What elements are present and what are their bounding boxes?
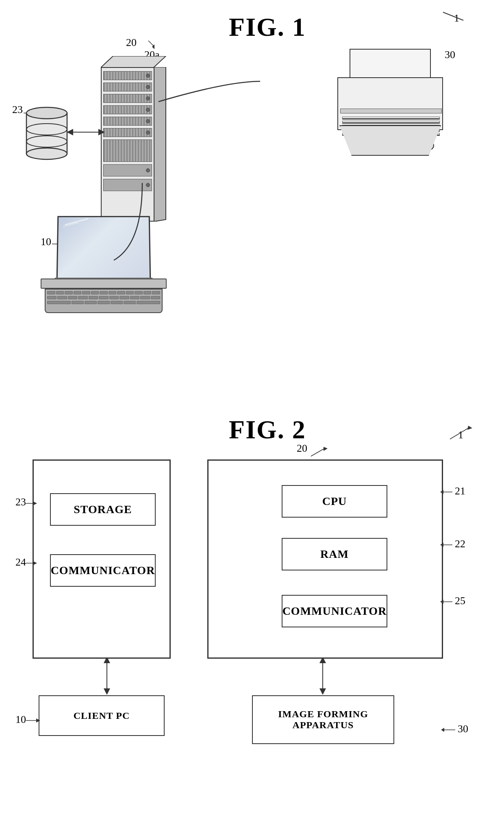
ref1-arrow-icon [439,8,471,24]
ram-box: RAM [282,538,387,570]
svg-marker-7 [101,56,166,67]
fig2-ref-20: 20 [297,442,307,455]
printer-paper-tray [350,49,431,81]
client-side-block: STORAGE COMMUNICATOR [33,459,171,659]
storage-box: STORAGE [50,493,156,526]
fig2-ref-25: 25 [455,595,465,607]
image-forming-box: IMAGE FORMING APPARATUS [252,695,394,744]
fig2-ref21-arrow-icon [440,488,454,496]
laptop-base [41,279,167,289]
server-right-block: CPU RAM COMMUNICATOR [207,459,443,659]
svg-marker-40 [441,728,444,732]
svg-line-17 [450,427,470,439]
svg-marker-26 [440,490,443,494]
laptop-keyboard [45,289,163,313]
fig2-ref25-arrow-icon [440,598,454,606]
fig1-section: FIG. 1 1 20 20a 23 30 10 [0,0,504,407]
server-illustration [98,41,163,211]
ref-23-label: 23 [12,104,23,116]
svg-marker-30 [440,600,443,604]
svg-marker-8 [154,67,166,222]
printer-output-tray [339,125,441,156]
database-cylinder-icon [24,106,69,161]
left-vertical-arrow-icon [101,658,113,694]
communicator-left-box: COMMUNICATOR [50,554,156,587]
fig2-ref22-arrow-icon [440,541,454,549]
laptop-screen [56,216,151,281]
server-side-face-icon [154,67,168,222]
fig2-ref-30: 30 [458,723,468,735]
fig2-ref23-arrow-icon [26,499,37,507]
db-server-arrow-icon [66,126,106,138]
svg-line-19 [311,448,325,456]
svg-marker-20 [324,447,328,451]
fig2-ref1-arrow-icon [448,425,476,441]
svg-marker-22 [33,501,37,505]
fig2-ref-10: 10 [15,714,26,726]
fig2-ref-24: 24 [15,556,26,568]
server-top-face-icon [101,56,170,68]
database-illustration [24,106,69,162]
printer-illustration [337,49,451,163]
svg-marker-24 [33,561,37,565]
laptop-illustration [41,215,171,317]
printer-body [337,77,443,130]
fig2-ref24-arrow-icon [26,559,37,567]
client-pc-box: CLIENT PC [39,695,165,736]
communicator-right-box: COMMUNICATOR [282,595,387,627]
fig2-ref-21: 21 [455,485,465,497]
fig2-ref10-arrow-icon [26,716,42,725]
svg-point-10 [26,148,67,159]
fig2-ref30-arrow-icon [441,726,457,734]
fig2-ref-23: 23 [15,496,26,508]
right-vertical-arrow-icon [317,658,329,694]
svg-marker-18 [467,426,472,430]
fig2-ref-22: 22 [455,538,465,550]
fig2-title: FIG. 2 [229,415,306,445]
svg-marker-38 [36,718,40,723]
fig1-title: FIG. 1 [229,12,306,42]
cpu-box: CPU [282,485,387,518]
fig2-section: FIG. 2 1 20 STORAGE COMMUNICATOR 23 24 [0,407,504,838]
svg-line-0 [443,12,463,20]
fig2-ref20-arrow-icon [309,446,329,458]
svg-marker-28 [440,543,443,547]
svg-point-13 [26,107,67,119]
